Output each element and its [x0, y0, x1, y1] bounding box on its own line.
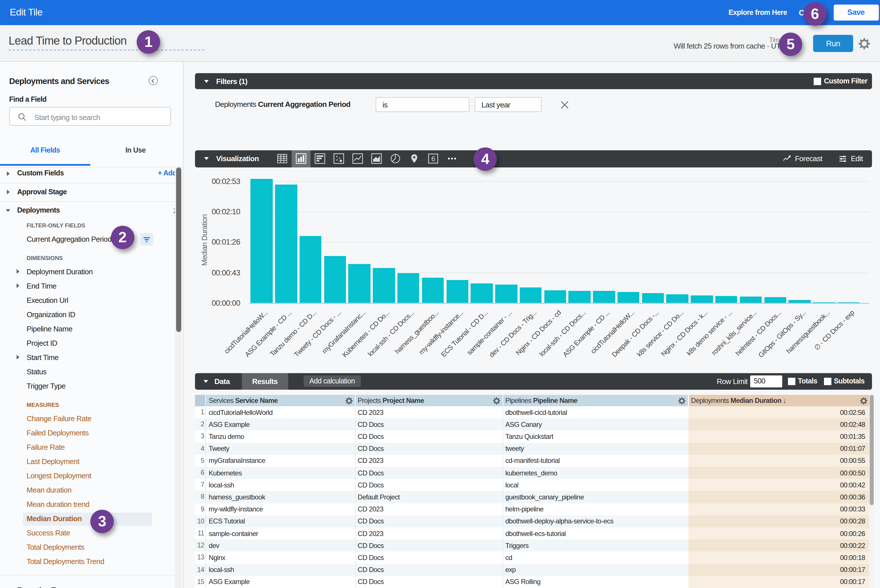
svg-text:6: 6 — [431, 155, 435, 163]
